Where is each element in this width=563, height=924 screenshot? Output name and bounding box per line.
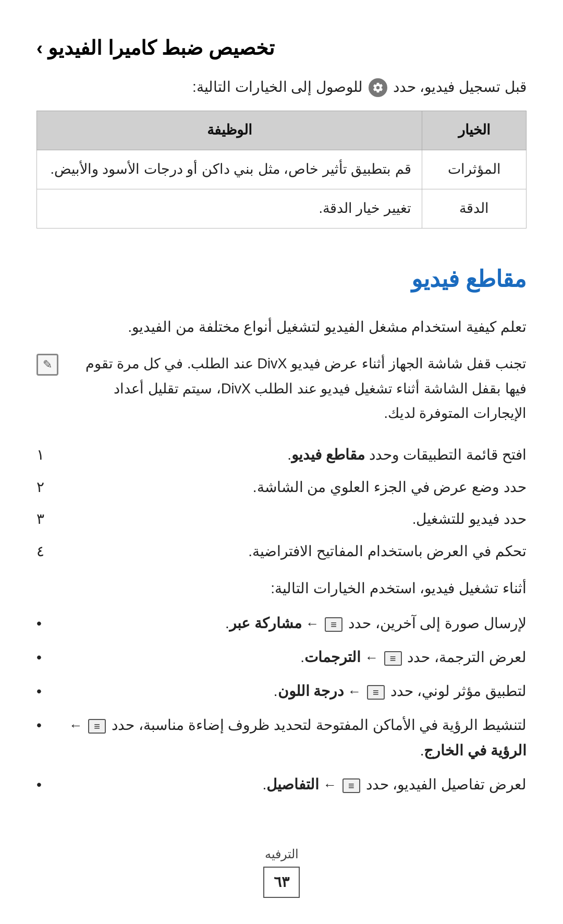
bullet-dot: • [36, 678, 42, 704]
step-item: حدد وضع عرض في الجزء العلوي من الشاشة. ٢ [36, 475, 527, 500]
note-icon: ✎ [36, 354, 58, 376]
bullet-text: لعرض تفاصيل الفيديو، حدد ← التفاصيل. [49, 772, 527, 797]
table-cell-function: تغيير خيار الدقة. [37, 189, 422, 228]
bullet-text: لعرض الترجمة، حدد ← الترجمات. [49, 644, 527, 670]
step-text: حدد فيديو للتشغيل. [60, 507, 527, 532]
bullet-item: لإرسال صورة إلى آخرين، حدد ← مشاركة عبر.… [36, 610, 527, 636]
step-item: افتح قائمة التطبيقات وحدد مقاطع فيديو. ١ [36, 442, 527, 467]
bullet-item: لتنشيط الرؤية في الأماكن المفتوحة لتحديد… [36, 712, 527, 763]
bullet-dot: • [36, 610, 42, 636]
table-cell-option: الدقة [422, 189, 527, 228]
camera-section-title: تخصيص ضبط كاميرا الفيديو › [36, 31, 527, 65]
steps-list: افتح قائمة التطبيقات وحدد مقاطع فيديو. ١… [36, 442, 527, 563]
camera-title-text: تخصيص ضبط كاميرا الفيديو [48, 31, 275, 65]
bullet-dot: • [36, 772, 42, 797]
step-text: افتح قائمة التطبيقات وحدد مقاطع فيديو. [60, 442, 527, 467]
bullet-text: لتطبيق مؤثر لوني، حدد ← درجة اللون. [49, 678, 527, 704]
video-intro: تعلم كيفية استخدام مشغل الفيديو لتشغيل أ… [36, 315, 527, 340]
settings-table: الخيار الوظيفة المؤثرات قم بتطبيق تأثير … [36, 111, 527, 229]
chevron-icon: › [36, 32, 43, 64]
bullet-dot: • [36, 712, 42, 738]
bullet-item: لعرض الترجمة، حدد ← الترجمات. • [36, 644, 527, 670]
step-item: حدد فيديو للتشغيل. ٣ [36, 507, 527, 532]
step-item: تحكم في العرض باستخدام المفاتيح الافتراض… [36, 539, 527, 564]
step-number: ٣ [36, 507, 53, 532]
section-camera: تخصيص ضبط كاميرا الفيديو › قبل تسجيل فيد… [36, 31, 527, 229]
table-header-option: الخيار [422, 111, 527, 150]
table-cell-function: قم بتطبيق تأثير خاص، مثل بني داكن أو درج… [37, 150, 422, 189]
bullet-list: لإرسال صورة إلى آخرين، حدد ← مشاركة عبر.… [36, 610, 527, 797]
bullet-text: لتنشيط الرؤية في الأماكن المفتوحة لتحديد… [49, 712, 527, 763]
table-row: المؤثرات قم بتطبيق تأثير خاص، مثل بني دا… [37, 150, 527, 189]
step-text: حدد وضع عرض في الجزء العلوي من الشاشة. [60, 475, 527, 500]
step-number: ٤ [36, 539, 53, 564]
note-text: تجنب قفل شاشة الجهاز أثناء عرض فيديو Div… [67, 352, 527, 426]
menu-icon [88, 719, 106, 734]
footer-label: الترفيه [0, 844, 563, 865]
during-text: أثناء تشغيل فيديو، استخدم الخيارات التال… [36, 576, 527, 601]
bullet-item: لتطبيق مؤثر لوني، حدد ← درجة اللون. • [36, 678, 527, 704]
table-header-function: الوظيفة [37, 111, 422, 150]
camera-subtitle: قبل تسجيل فيديو، حدد للوصول إلى الخيارات… [36, 75, 527, 100]
menu-icon [325, 617, 342, 632]
video-section-title: مقاطع فيديو [36, 260, 527, 299]
section-video: مقاطع فيديو تعلم كيفية استخدام مشغل الفي… [36, 260, 527, 797]
bullet-item: لعرض تفاصيل الفيديو، حدد ← التفاصيل. • [36, 772, 527, 797]
step-text: تحكم في العرض باستخدام المفاتيح الافتراض… [60, 539, 527, 564]
menu-icon [384, 651, 402, 666]
table-cell-option: المؤثرات [422, 150, 527, 189]
menu-icon [342, 778, 360, 793]
step-number: ١ [36, 442, 53, 467]
footer-number: ٦٣ [263, 867, 300, 898]
step-number: ٢ [36, 475, 53, 500]
bullet-dot: • [36, 644, 42, 670]
page-container: تخصيص ضبط كاميرا الفيديو › قبل تسجيل فيد… [0, 0, 563, 924]
gear-icon [369, 78, 387, 97]
bullet-text: لإرسال صورة إلى آخرين، حدد ← مشاركة عبر. [49, 610, 527, 636]
menu-icon [367, 685, 385, 700]
table-row: الدقة تغيير خيار الدقة. [37, 189, 527, 228]
page-footer: الترفيه ٦٣ [0, 844, 563, 898]
note-box: تجنب قفل شاشة الجهاز أثناء عرض فيديو Div… [36, 352, 527, 426]
